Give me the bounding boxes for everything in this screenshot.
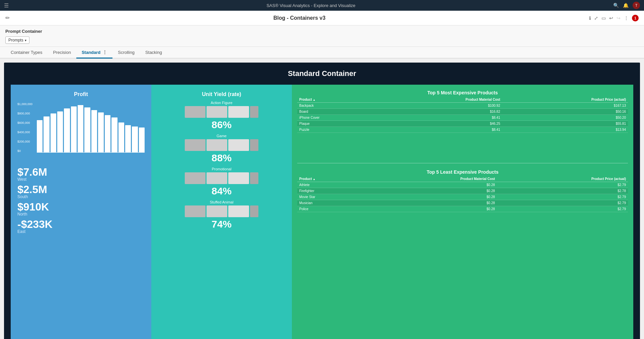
bar-4 bbox=[64, 108, 70, 153]
tab-scrolling[interactable]: Scrolling bbox=[112, 47, 140, 59]
kpi-east-value: -$233K bbox=[17, 218, 145, 231]
sort-asc-icon: ▲ bbox=[313, 98, 316, 101]
price-actual: $2.79 bbox=[497, 206, 628, 212]
gauge-game-label: Game bbox=[217, 134, 227, 138]
undo-icon[interactable]: ↩ bbox=[609, 15, 613, 21]
grid-icon[interactable]: ▭ bbox=[601, 15, 606, 21]
y-label-1: $1,000,000 bbox=[17, 102, 36, 106]
product-name: Movie Star bbox=[297, 194, 366, 200]
material-cost: $16.82 bbox=[376, 109, 502, 115]
price-actual: $50.16 bbox=[502, 109, 628, 115]
sort-asc-icon-b: ▲ bbox=[313, 178, 316, 181]
canvas-title: Standard Container bbox=[11, 69, 633, 78]
user-avatar[interactable]: T bbox=[633, 2, 640, 9]
y-label-2: $800,000 bbox=[17, 112, 36, 115]
table-row: Athlete $0.28 $2.79 bbox=[297, 182, 628, 188]
table-divider bbox=[297, 163, 628, 163]
page-number-badge: 1 bbox=[632, 15, 639, 21]
tabs-bar: Standard Container Container Types Preci… bbox=[0, 47, 644, 59]
kpi-group: $7.6M West $2.5M South $910K North -$233… bbox=[17, 166, 145, 234]
material-cost: $8.41 bbox=[376, 127, 502, 133]
material-cost: $8.41 bbox=[376, 115, 502, 121]
product-name: Musician bbox=[297, 200, 366, 206]
tab-container-types[interactable]: Standard Container Container Types bbox=[5, 47, 48, 59]
bar-11 bbox=[111, 117, 117, 153]
dropdown-arrow-icon: ▾ bbox=[25, 38, 26, 42]
search-icon[interactable]: 🔍 bbox=[613, 3, 619, 8]
y-label-5: $200,000 bbox=[17, 140, 36, 143]
gauge-action-figure: Action Figure 86% bbox=[158, 101, 285, 131]
kpi-north-value: $910K bbox=[17, 201, 145, 213]
col-product-header: Product ▲ bbox=[297, 97, 376, 103]
y-axis-labels: $1,000,000 $800,000 $600,000 $400,000 $2… bbox=[17, 102, 36, 153]
price-actual: $2.79 bbox=[497, 194, 628, 200]
info-icon[interactable]: ℹ bbox=[589, 15, 591, 21]
top-bar: ☰ SAS® Visual Analytics - Explore and Vi… bbox=[0, 0, 644, 11]
prompts-dropdown[interactable]: Prompts ▾ bbox=[5, 36, 29, 44]
profit-bar-chart: $1,000,000 $800,000 $600,000 $400,000 $2… bbox=[17, 102, 145, 159]
table-row: Movie Star $0.28 $2.79 bbox=[297, 194, 628, 200]
gauge-action-figure-bars bbox=[185, 106, 258, 118]
bar-5 bbox=[71, 106, 77, 153]
tab-more-icon[interactable]: ⋮ bbox=[102, 50, 107, 55]
bar-6 bbox=[78, 105, 83, 153]
bar-10 bbox=[105, 115, 110, 153]
empty-space-top bbox=[297, 137, 628, 157]
fullscreen-icon[interactable]: ⤢ bbox=[594, 15, 598, 21]
top-least-expensive-title: Top 5 Least Expensive Products bbox=[297, 169, 628, 175]
bar-8 bbox=[91, 110, 97, 153]
bar-2 bbox=[51, 113, 56, 153]
y-label-4: $400,000 bbox=[17, 131, 36, 134]
more-options-icon[interactable]: ⋮ bbox=[624, 15, 629, 21]
least-expensive-table: Product ▲ Product Material Cost Product … bbox=[297, 176, 628, 212]
product-name: Board bbox=[297, 109, 376, 115]
col-price-header-b: Product Price (actual) bbox=[497, 176, 628, 182]
gauge-game: Game 88% bbox=[158, 134, 285, 164]
app-title: SAS® Visual Analytics - Explore and Visu… bbox=[266, 3, 355, 8]
page-title: Blog - Containers v3 bbox=[273, 15, 326, 21]
col-material-cost-header-b: Product Material Cost bbox=[366, 176, 497, 182]
bell-icon[interactable]: 🔔 bbox=[623, 3, 629, 8]
price-actual: $50.20 bbox=[502, 115, 628, 121]
col-product-header-b: Product ▲ bbox=[297, 176, 366, 182]
bar-14 bbox=[132, 126, 138, 153]
tab-standard[interactable]: Standard ⋮ bbox=[76, 47, 112, 59]
top-expensive-table: Product ▲ Product Material Cost Product … bbox=[297, 97, 628, 133]
table-row: Plaque $46.25 $55.81 bbox=[297, 121, 628, 127]
price-actual: $2.79 bbox=[497, 200, 628, 206]
table-row: Backpack $100.92 $167.13 bbox=[297, 103, 628, 109]
toolbar: ✏ Blog - Containers v3 ℹ ⤢ ▭ ↩ ↪ ⋮ 1 bbox=[0, 11, 644, 25]
bar-13 bbox=[125, 125, 131, 153]
top-least-expensive-section: Top 5 Least Expensive Products Product ▲… bbox=[297, 169, 628, 212]
bar-15 bbox=[139, 128, 145, 153]
material-cost: $0.28 bbox=[366, 206, 497, 212]
table-row: iPhone Cover $8.41 $50.20 bbox=[297, 115, 628, 121]
bar-chart-bars bbox=[37, 102, 145, 153]
gauge-game-bars bbox=[185, 139, 258, 151]
kpi-west: $7.6M West bbox=[17, 166, 145, 182]
top-expensive-section: Top 5 Most Expensive Products Product ▲ … bbox=[297, 90, 628, 133]
material-cost: $100.92 bbox=[376, 103, 502, 109]
redo-icon[interactable]: ↪ bbox=[617, 15, 621, 21]
product-name: Athlete bbox=[297, 182, 366, 188]
gauge-stuffed-animal-label: Stuffed Animal bbox=[210, 200, 234, 204]
top-bar-actions: 🔍 🔔 T bbox=[613, 2, 640, 9]
mid-panel: Unit Yield (rate) Action Figure 86% Game bbox=[151, 85, 292, 339]
columns-container: Profit $1,000,000 $800,000 $600,000 $400… bbox=[11, 85, 633, 339]
product-name: Firefighter bbox=[297, 188, 366, 194]
gauge-stuffed-animal-bars bbox=[185, 205, 258, 217]
bar-7 bbox=[84, 107, 90, 153]
material-cost: $0.28 bbox=[366, 200, 497, 206]
tab-precision[interactable]: Precision bbox=[48, 47, 76, 59]
prompts-label: Prompts bbox=[8, 38, 23, 43]
tab-stacking[interactable]: Stacking bbox=[140, 47, 167, 59]
y-label-6: $0 bbox=[17, 149, 36, 153]
product-name: Plaque bbox=[297, 121, 376, 127]
kpi-west-value: $7.6M bbox=[17, 166, 145, 178]
bar-3 bbox=[57, 111, 63, 153]
hamburger-menu[interactable]: ☰ bbox=[4, 2, 9, 9]
edit-icon[interactable]: ✏ bbox=[5, 15, 10, 21]
y-label-3: $600,000 bbox=[17, 121, 36, 124]
kpi-east: -$233K East bbox=[17, 218, 145, 234]
gauge-stuffed-animal-percent: 74% bbox=[212, 219, 232, 230]
